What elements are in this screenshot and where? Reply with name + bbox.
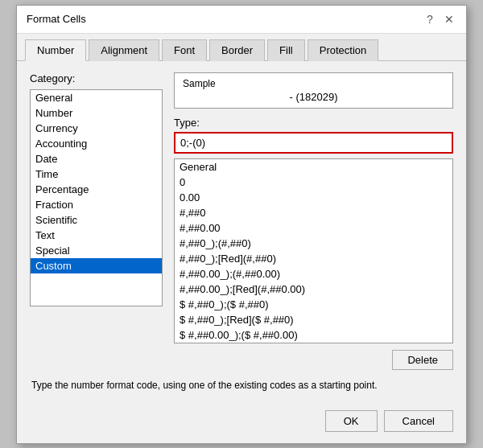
format-item-dollar0-red[interactable]: $ #,##0_);[Red]($ #,##0) — [175, 312, 452, 327]
category-item-date[interactable]: Date — [31, 151, 162, 166]
category-item-accounting[interactable]: Accounting — [31, 136, 162, 151]
category-item-number[interactable]: Number — [31, 105, 162, 121]
delete-button[interactable]: Delete — [392, 350, 453, 370]
title-controls: ? ✕ — [423, 12, 456, 27]
format-item-hash0-red[interactable]: #,##0_);[Red](#,##0) — [175, 251, 452, 266]
title-bar: Format Cells ? ✕ — [17, 6, 466, 34]
category-item-custom[interactable]: Custom — [31, 258, 162, 273]
tab-alignment[interactable]: Alignment — [89, 39, 159, 61]
main-row: Category: General Number Currency Accoun… — [30, 72, 453, 370]
category-item-scientific[interactable]: Scientific — [31, 212, 162, 228]
delete-row: Delete — [174, 350, 453, 370]
tab-number[interactable]: Number — [25, 39, 86, 61]
format-item-hash0.00[interactable]: #,##0.00 — [175, 220, 452, 236]
sample-label: Sample — [183, 78, 444, 89]
category-item-time[interactable]: Time — [31, 166, 162, 182]
type-label: Type: — [174, 117, 453, 129]
category-item-special[interactable]: Special — [31, 243, 162, 258]
cancel-button[interactable]: Cancel — [384, 410, 453, 432]
tab-border[interactable]: Border — [209, 39, 265, 61]
tab-fill[interactable]: Fill — [267, 39, 305, 61]
category-item-fraction[interactable]: Fraction — [31, 197, 162, 212]
category-item-text[interactable]: Text — [31, 228, 162, 243]
dialog-title: Format Cells — [27, 13, 86, 25]
format-item-0[interactable]: 0 — [175, 175, 452, 190]
format-item-hash0[interactable]: #,##0 — [175, 205, 452, 220]
dialog-footer: OK Cancel — [17, 402, 466, 443]
dialog-content: Category: General Number Currency Accoun… — [17, 61, 466, 402]
category-list[interactable]: General Number Currency Accounting Date … — [30, 89, 163, 306]
format-item-hash0.00-red[interactable]: #,##0.00_);[Red](#,##0.00) — [175, 282, 452, 297]
category-item-currency[interactable]: Currency — [31, 121, 162, 136]
right-section: Sample - (182029) Type: General 0 0.00 #… — [174, 72, 453, 370]
category-item-general[interactable]: General — [31, 90, 162, 105]
close-button[interactable]: ✕ — [442, 12, 456, 27]
format-item-dollar0.00[interactable]: $ #,##0.00_);($ #,##0.00) — [175, 327, 452, 343]
format-item-0.00[interactable]: 0.00 — [175, 190, 452, 205]
format-cells-dialog: Format Cells ? ✕ Number Alignment Font B… — [16, 5, 467, 444]
hint-text: Type the number format code, using one o… — [30, 380, 453, 391]
ok-button[interactable]: OK — [325, 410, 378, 432]
type-input-wrapper — [174, 132, 453, 154]
help-button[interactable]: ? — [423, 12, 437, 27]
format-item-hash0.00-paren[interactable]: #,##0.00_);(#,##0.00) — [175, 266, 452, 282]
sample-value: - (182029) — [183, 91, 444, 103]
category-section: Category: General Number Currency Accoun… — [30, 72, 163, 370]
type-input[interactable] — [175, 134, 452, 152]
format-item-general[interactable]: General — [175, 159, 452, 175]
category-label: Category: — [30, 72, 163, 84]
tab-protection[interactable]: Protection — [308, 39, 379, 61]
format-item-dollar0[interactable]: $ #,##0_);($ #,##0) — [175, 297, 452, 312]
sample-box: Sample - (182029) — [174, 72, 453, 109]
category-item-percentage[interactable]: Percentage — [31, 182, 162, 197]
format-item-hash0-paren[interactable]: #,##0_);(#,##0) — [175, 236, 452, 251]
tab-font[interactable]: Font — [162, 39, 207, 61]
tab-bar: Number Alignment Font Border Fill Protec… — [17, 34, 466, 61]
format-list[interactable]: General 0 0.00 #,##0 #,##0.00 #,##0_);(#… — [174, 158, 453, 343]
